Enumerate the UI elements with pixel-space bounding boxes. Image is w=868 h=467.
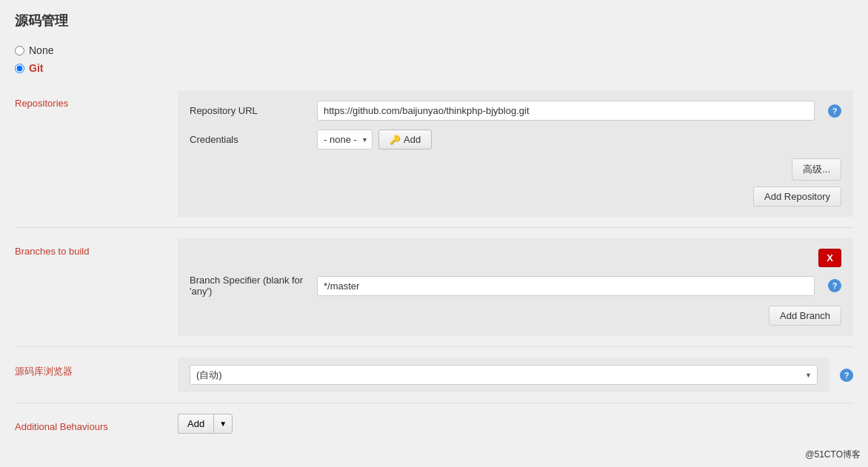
- radio-none[interactable]: None: [15, 44, 853, 56]
- branches-content: X Branch Specifier (blank for 'any') ? A…: [178, 238, 853, 336]
- repo-url-row: Repository URL ?: [190, 101, 841, 121]
- key-icon: 🔑: [390, 135, 401, 145]
- branch-specifier-help-icon[interactable]: ?: [828, 279, 841, 292]
- repositories-label: Repositories: [15, 84, 178, 121]
- credentials-add-label: Add: [404, 134, 421, 145]
- radio-none-label[interactable]: None: [29, 44, 53, 56]
- add-repository-row: Add Repository: [190, 187, 841, 206]
- source-browser-content: (自动): [178, 357, 829, 392]
- repo-url-help-icon[interactable]: ?: [828, 104, 841, 118]
- page-container: 源码管理 None Git Repositories Repository UR…: [0, 0, 868, 460]
- branch-specifier-control: [317, 276, 815, 296]
- additional-behaviours-dropdown-button[interactable]: ▼: [213, 414, 233, 434]
- source-browser-label: 源码库浏览器: [15, 352, 178, 390]
- branch-specifier-row: Branch Specifier (blank for 'any') ?: [190, 275, 841, 297]
- branches-section: Branches to build X Branch Specifier (bl…: [15, 228, 853, 347]
- add-repository-button[interactable]: Add Repository: [753, 187, 841, 206]
- radio-group: None Git: [15, 44, 853, 74]
- source-browser-section: 源码库浏览器 (自动) ?: [15, 347, 853, 403]
- branch-specifier-input[interactable]: [317, 276, 815, 296]
- branch-specifier-label: Branch Specifier (blank for 'any'): [190, 275, 308, 297]
- add-branch-row: Add Branch: [190, 306, 841, 326]
- credentials-select-wrapper: - none -: [317, 130, 373, 149]
- source-browser-select-wrapper: (自动): [190, 365, 818, 385]
- source-browser-help-icon[interactable]: ?: [840, 369, 853, 382]
- add-button-group: Add ▼: [178, 414, 233, 434]
- credentials-select[interactable]: - none -: [317, 130, 373, 149]
- repo-url-label: Repository URL: [190, 105, 308, 116]
- additional-behaviours-section: Additional Behaviours Add ▼: [15, 403, 853, 448]
- credentials-add-button[interactable]: 🔑 Add: [378, 130, 432, 149]
- radio-none-input[interactable]: [15, 46, 24, 56]
- repositories-content: Repository URL ? Credentials - none -: [178, 90, 853, 217]
- additional-behaviours-add-button[interactable]: Add: [178, 414, 213, 434]
- credentials-control: - none - 🔑 Add: [317, 130, 841, 149]
- radio-git-input[interactable]: [15, 64, 24, 73]
- additional-behaviours-label: Additional Behaviours: [15, 408, 178, 444]
- source-browser-select[interactable]: (自动): [190, 365, 818, 385]
- credentials-label: Credentials: [190, 134, 308, 145]
- radio-git[interactable]: Git: [15, 62, 853, 74]
- delete-branch-button[interactable]: X: [818, 249, 841, 267]
- branches-label: Branches to build: [15, 232, 178, 269]
- page-title: 源码管理: [15, 12, 853, 30]
- watermark: @51CTO博客: [805, 448, 861, 461]
- repo-url-control: [317, 101, 815, 121]
- add-branch-button[interactable]: Add Branch: [769, 306, 841, 326]
- advanced-button[interactable]: 高级...: [792, 158, 841, 181]
- branches-header: X: [190, 249, 841, 267]
- radio-git-label[interactable]: Git: [29, 62, 43, 74]
- repositories-section: Repositories Repository URL ? Credential…: [15, 80, 853, 228]
- advanced-btn-row: 高级...: [190, 158, 841, 181]
- repo-url-input[interactable]: [317, 101, 815, 121]
- credentials-row: Credentials - none - 🔑 Add: [190, 130, 841, 149]
